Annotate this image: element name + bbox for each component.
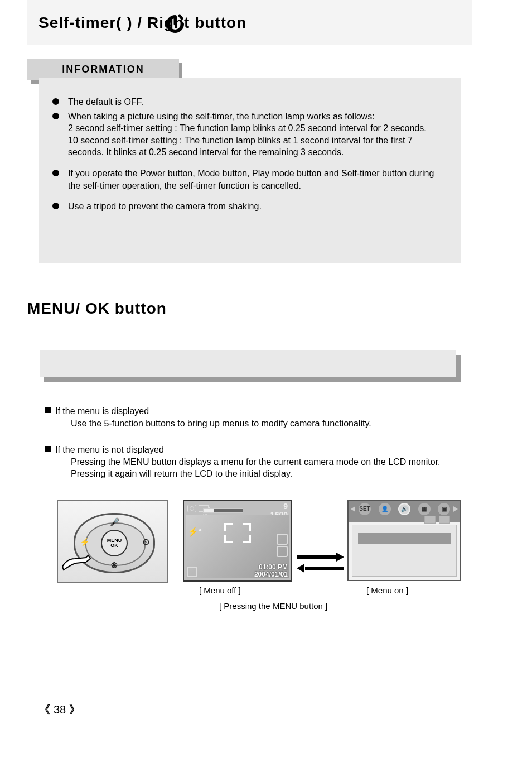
list-sub: Use the 5-function buttons to bring up m…	[55, 418, 463, 430]
sub-tab-1	[424, 516, 436, 524]
svg-line-1	[180, 16, 182, 18]
info-text: Use a tripod to prevent the camera from …	[68, 202, 262, 211]
menu-selected-row	[358, 533, 451, 544]
camera-mode-icon	[187, 505, 196, 512]
quality-icon	[277, 534, 288, 545]
menu-tab-bar: SET 👤 🔊 ▦ ▣	[349, 501, 460, 522]
remaining-shots: 9	[270, 502, 288, 511]
angle-left-icon: 《	[39, 703, 50, 716]
arrow-right-icon	[297, 553, 344, 562]
arrow-left-icon	[297, 564, 344, 573]
metering-icon	[187, 567, 197, 577]
bullet-icon	[52, 203, 59, 209]
list-item: If the menu is displayed Use the 5-funct…	[40, 405, 463, 429]
page-number-value: 38	[50, 703, 69, 716]
page-title: Self-timer( ) / Right button	[38, 12, 246, 33]
angle-right-icon: 》	[69, 703, 80, 716]
bullet-icon	[52, 170, 59, 176]
caption-menu-on: [ Menu on ]	[366, 585, 408, 596]
information-panel: The default is OFF. When taking a pictur…	[39, 78, 461, 263]
information-heading: INFORMATION	[27, 59, 179, 80]
list-main: If the menu is not displayed	[55, 445, 164, 454]
card-icon	[277, 546, 288, 557]
info-text: The default is OFF.	[68, 97, 143, 107]
auto-flash-icon: ⚡A	[187, 526, 202, 538]
toggle-arrows	[297, 553, 344, 575]
list-sub: Pressing the MENU button displays a menu…	[55, 456, 463, 480]
lcd-date: 2004/01/01	[254, 571, 288, 578]
square-bullet-icon	[45, 446, 51, 452]
info-item: If you operate the Power button, Mode bu…	[52, 167, 447, 191]
lcd-datetime: 01:00 PM 2004/01/01	[254, 564, 288, 578]
info-item: The default is OFF.	[52, 96, 447, 108]
illustration-row: MENU OK 🎤 ❀ ⚡ ⏲ W	[57, 500, 465, 582]
nav-left-icon	[351, 506, 355, 512]
tab-set: SET	[359, 503, 371, 515]
tab-mycam: 👤	[379, 503, 391, 515]
list-main: If the menu is displayed	[55, 406, 149, 416]
info-item: When taking a picture using the self-tim…	[52, 111, 447, 159]
strip	[40, 350, 456, 377]
lcd-time: 01:00 PM	[254, 564, 288, 571]
mic-icon: 🎤	[110, 517, 119, 527]
menu-body	[352, 525, 457, 577]
tab-slide: ▣	[438, 503, 450, 515]
caption-menu-off: [ Menu off ]	[199, 585, 241, 596]
self-timer-icon: ⏲	[142, 537, 150, 548]
menu-ok-heading: MENU/ OK button	[27, 298, 472, 319]
focus-brackets	[224, 523, 251, 543]
bullet-icon	[52, 98, 59, 105]
info-text: If you operate the Power button, Mode bu…	[68, 169, 434, 190]
center-button-line2: OK	[110, 543, 118, 548]
sub-tabs	[424, 516, 450, 524]
tab-display: ▦	[418, 503, 431, 515]
sub-tab-2	[439, 516, 450, 524]
square-bullet-icon	[45, 407, 51, 413]
zoom-bar	[203, 508, 243, 513]
five-way-button-diagram: MENU OK 🎤 ❀ ⚡ ⏲	[57, 500, 168, 583]
menu-tabs: SET 👤 🔊 ▦ ▣	[359, 503, 450, 515]
menu-ok-center-button: MENU OK	[101, 530, 128, 556]
self-timer-icon	[165, 13, 186, 35]
title-bar: Self-timer( ) / Right button	[27, 0, 472, 45]
list-item: If the menu is not displayed Pressing th…	[40, 444, 463, 480]
tab-sound: 🔊	[398, 503, 410, 515]
page: Self-timer( ) / Right button INFORMATION…	[0, 0, 532, 782]
lcd-preview: W 9 1600 ⚡A 01:00 PM 2004/01/01	[183, 500, 292, 582]
menu-ok-list: If the menu is displayed Use the 5-funct…	[40, 405, 463, 490]
menu-screen: SET 👤 🔊 ▦ ▣	[347, 500, 461, 581]
macro-icon: ❀	[111, 560, 118, 570]
nav-right-icon	[453, 506, 458, 512]
info-item: Use a tripod to prevent the camera from …	[52, 200, 447, 213]
caption-pressing: [ Pressing the MENU button ]	[219, 601, 327, 612]
pointing-hand-icon	[61, 551, 95, 573]
info-text: When taking a picture using the self-tim…	[68, 112, 427, 157]
flash-icon: ⚡	[80, 537, 89, 548]
page-number: 《38》	[39, 702, 80, 717]
bullet-icon	[52, 113, 59, 119]
